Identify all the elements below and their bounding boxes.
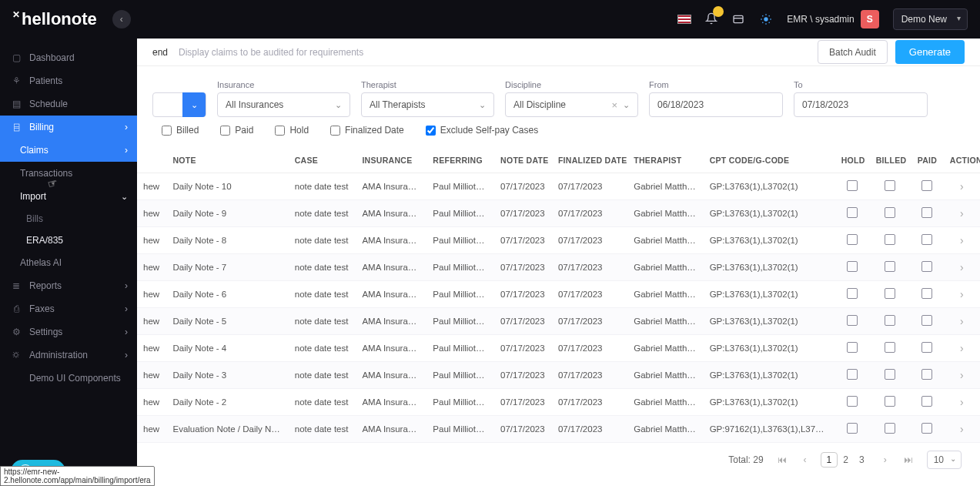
brand-logo[interactable]: ✕hellonote xyxy=(12,9,97,29)
row-expand-icon[interactable]: › xyxy=(960,288,964,300)
hold-checkbox[interactable] xyxy=(847,396,858,407)
th-billed[interactable]: BILLED xyxy=(870,148,911,173)
row-expand-icon[interactable]: › xyxy=(960,369,964,381)
th-cpt[interactable]: CPT CODE/G-CODE xyxy=(704,148,835,173)
tenant-dropdown[interactable]: Demo New xyxy=(893,8,968,30)
filter-hidden-select[interactable]: ⌄ xyxy=(152,92,206,117)
hold-checkbox[interactable] xyxy=(847,180,858,191)
theme-icon[interactable] xyxy=(759,12,773,26)
th-hold[interactable]: HOLD xyxy=(835,148,870,173)
back-button[interactable]: ‹ xyxy=(112,10,131,28)
th-referring[interactable]: REFERRING xyxy=(426,148,494,173)
table-row[interactable]: hewEvaluation Note / Daily Note - 1note … xyxy=(137,416,980,443)
hold-checkbox[interactable] xyxy=(847,288,858,299)
paid-checkbox[interactable] xyxy=(921,261,932,272)
row-expand-icon[interactable]: › xyxy=(960,207,964,220)
paid-checkbox[interactable] xyxy=(921,423,932,434)
row-expand-icon[interactable]: › xyxy=(960,261,964,273)
sidebar-item-faxes[interactable]: ⎙Faxes xyxy=(0,297,137,320)
table-row[interactable]: hewDaily Note - 4note date testAMA Insur… xyxy=(137,335,980,362)
page-size-select[interactable]: 10 xyxy=(927,451,962,469)
paid-checkbox[interactable] xyxy=(921,396,932,407)
row-expand-icon[interactable]: › xyxy=(960,234,964,246)
hold-checkbox[interactable] xyxy=(847,315,858,326)
notification-bell-icon[interactable] xyxy=(705,12,717,27)
hold-checkbox[interactable] xyxy=(847,423,858,434)
paid-checkbox[interactable]: Paid xyxy=(220,125,253,136)
hold-checkbox[interactable] xyxy=(847,342,858,353)
sidebar-item-era-835[interactable]: ERA/835 xyxy=(0,230,137,251)
th-therapist[interactable]: THERAPIST xyxy=(627,148,703,173)
billed-checkbox[interactable] xyxy=(885,315,895,326)
sidebar-item-import[interactable]: Import xyxy=(0,185,137,208)
paid-checkbox[interactable] xyxy=(921,315,932,326)
paid-checkbox[interactable] xyxy=(921,369,932,380)
row-expand-icon[interactable]: › xyxy=(960,315,964,327)
table-row[interactable]: hewDaily Note - 3note date testAMA Insur… xyxy=(137,362,980,389)
paid-checkbox[interactable] xyxy=(921,207,932,218)
th-insurance[interactable]: INSURANCE xyxy=(356,148,426,173)
sidebar-item-billing[interactable]: ⌸Billing xyxy=(0,116,137,139)
pager-page-1[interactable]: 1 xyxy=(821,452,838,468)
locale-flag-icon[interactable] xyxy=(677,15,691,24)
billed-checkbox[interactable] xyxy=(885,423,895,434)
billed-checkbox[interactable] xyxy=(885,369,895,380)
row-expand-icon[interactable]: › xyxy=(960,342,964,354)
th-finalized-date[interactable]: FINALIZED DATE xyxy=(552,148,627,173)
sidebar-item-patients[interactable]: ⚘Patients xyxy=(0,69,137,92)
hold-checkbox[interactable] xyxy=(847,234,858,245)
billed-checkbox[interactable] xyxy=(885,207,895,218)
pager-prev-icon[interactable]: ‹ xyxy=(801,454,810,465)
hold-checkbox[interactable]: Hold xyxy=(275,125,309,136)
th-case[interactable]: CASE xyxy=(289,148,356,173)
sidebar-item-bills[interactable]: Bills xyxy=(0,208,137,230)
sidebar-item-athelas-ai[interactable]: Athelas AI xyxy=(0,251,137,274)
insurance-select[interactable]: All Insurances xyxy=(217,92,350,117)
sidebar-item-claims[interactable]: Claims xyxy=(0,139,137,162)
paid-checkbox[interactable] xyxy=(921,180,932,191)
th-status[interactable] xyxy=(137,148,166,173)
paid-checkbox[interactable] xyxy=(921,342,932,353)
th-action[interactable]: ACTION xyxy=(944,148,980,173)
card-icon[interactable] xyxy=(731,12,745,26)
generate-button[interactable]: Generate xyxy=(895,40,965,64)
billed-checkbox[interactable] xyxy=(885,396,895,407)
billed-checkbox[interactable] xyxy=(885,234,895,245)
table-row[interactable]: hewDaily Note - 5note date testAMA Insur… xyxy=(137,308,980,335)
table-row[interactable]: hewDaily Note - 9note date testAMA Insur… xyxy=(137,200,980,227)
batch-audit-button[interactable]: Batch Audit xyxy=(818,40,888,64)
exclude-selfpay-checkbox[interactable]: Exclude Self-pay Cases xyxy=(426,125,538,136)
to-date-input[interactable]: 07/18/2023 xyxy=(794,92,928,117)
table-row[interactable]: hewDaily Note - 10note date testAMA Insu… xyxy=(137,173,980,200)
row-expand-icon[interactable]: › xyxy=(960,423,964,435)
pager-page-3[interactable]: 3 xyxy=(854,453,870,467)
from-date-input[interactable]: 06/18/2023 xyxy=(649,92,783,117)
row-expand-icon[interactable]: › xyxy=(960,396,964,408)
hold-checkbox[interactable] xyxy=(847,261,858,272)
hold-checkbox[interactable] xyxy=(847,207,858,218)
table-row[interactable]: hewDaily Note - 8note date testAMA Insur… xyxy=(137,227,980,254)
row-expand-icon[interactable]: › xyxy=(960,180,964,193)
table-row[interactable]: hewDaily Note - 6note date testAMA Insur… xyxy=(137,281,980,308)
th-paid[interactable]: PAID xyxy=(911,148,944,173)
table-row[interactable]: hewDaily Note - 2note date testAMA Insur… xyxy=(137,389,980,416)
billed-checkbox[interactable] xyxy=(885,288,895,299)
discipline-select[interactable]: All Discipline xyxy=(505,92,638,117)
sidebar-item-administration[interactable]: ⛭Administration xyxy=(0,344,137,367)
finalized-checkbox[interactable]: Finalized Date xyxy=(330,125,404,136)
sidebar-item-demo-ui-components[interactable]: Demo UI Components xyxy=(0,367,137,390)
table-row[interactable]: hewDaily Note - 7note date testAMA Insur… xyxy=(137,254,980,281)
th-note[interactable]: NOTE xyxy=(166,148,288,173)
hold-checkbox[interactable] xyxy=(847,369,858,380)
paid-checkbox[interactable] xyxy=(921,288,932,299)
sidebar-item-dashboard[interactable]: ▢Dashboard xyxy=(0,46,137,69)
billed-checkbox[interactable] xyxy=(885,180,895,191)
therapist-select[interactable]: All Therapists xyxy=(361,92,494,117)
billed-checkbox[interactable] xyxy=(885,261,895,272)
pager-last-icon[interactable]: ⏭ xyxy=(901,454,916,465)
th-note-date[interactable]: NOTE DATE xyxy=(494,148,552,173)
sidebar-item-schedule[interactable]: ▤Schedule xyxy=(0,92,137,116)
billed-checkbox[interactable]: Billed xyxy=(162,125,199,136)
sidebar-item-settings[interactable]: ⚙Settings xyxy=(0,320,137,344)
billed-checkbox[interactable] xyxy=(885,342,895,353)
